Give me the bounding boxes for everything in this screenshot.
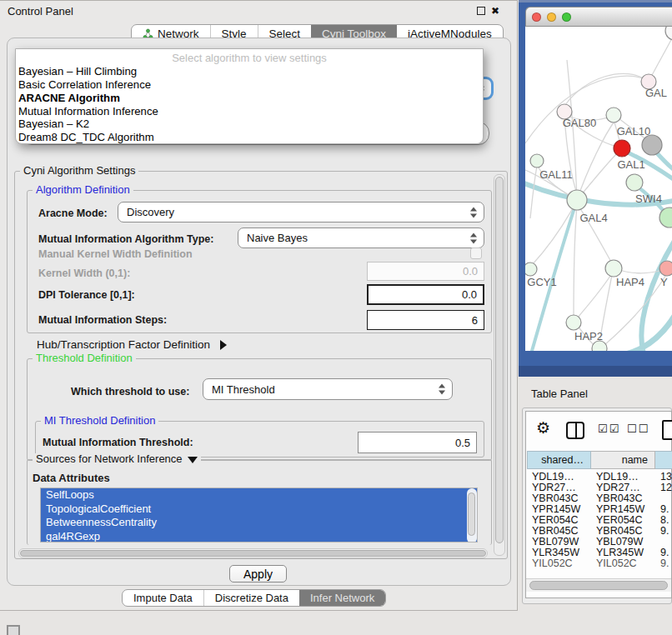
table-panel-titlebar: Table Panel <box>519 377 672 407</box>
algorithm-definition-group: Algorithm Definition Aracne Mode: Discov… <box>27 190 492 333</box>
settings-vscrollbar-thumb[interactable] <box>495 177 504 543</box>
network-node-gray[interactable] <box>642 135 662 155</box>
list-vscrollbar-thumb[interactable] <box>468 492 475 536</box>
network-node-hap2[interactable] <box>566 315 581 330</box>
settings-vscrollbar[interactable] <box>494 174 505 556</box>
dropdown-item[interactable]: Bayesian – Hill Climbing <box>18 65 137 78</box>
tab-infer-network[interactable]: Infer Network <box>299 590 385 606</box>
table-cell[interactable]: YBR045C <box>591 526 655 537</box>
document-icon[interactable] <box>662 420 672 440</box>
table-cell[interactable]: 8. <box>655 515 672 526</box>
dropdown-item-selected[interactable]: ARACNE Algorithm <box>18 92 120 105</box>
column-header-shared[interactable]: shared… <box>527 451 591 469</box>
table-cell[interactable]: YER054C <box>527 515 591 526</box>
node-label: GAL1 <box>607 158 655 171</box>
float-panel-icon[interactable] <box>477 7 485 15</box>
network-node-salmon[interactable] <box>659 261 672 276</box>
table-cell[interactable] <box>655 493 672 504</box>
table-cell[interactable]: YPR145W <box>591 504 655 515</box>
control-panel-title: Control Panel <box>8 5 73 18</box>
frame-shadow <box>519 366 672 377</box>
table-cell[interactable]: YPR145W <box>527 504 591 515</box>
column-header-partial[interactable] <box>655 451 672 469</box>
threshold-definition-title: Threshold Definition <box>33 352 136 364</box>
table-hscrollbar-thumb[interactable] <box>529 581 668 590</box>
table-cell[interactable]: YBR043C <box>527 493 591 504</box>
table-cell[interactable]: YDR27… <box>527 482 591 493</box>
mi-algorithm-type-combo[interactable]: Naive Bayes <box>238 228 484 248</box>
dropdown-item[interactable]: Dream8 DC_TDC Algorithm <box>18 131 154 144</box>
network-canvas[interactable]: GAL GAL80 GAL10 GAL1 GAL11 GAL4 SWI4 GCY… <box>525 27 672 351</box>
control-panel-titlebar: Control Panel <box>0 1 517 21</box>
close-panel-icon[interactable]: ✖ <box>491 7 499 15</box>
network-node-gal11[interactable] <box>530 154 544 168</box>
mi-threshold-value: 0.5 <box>455 437 470 449</box>
table-cell[interactable]: YLR345W <box>591 548 655 558</box>
mi-threshold-field[interactable]: 0.5 <box>358 432 477 453</box>
sources-group-title[interactable]: Sources for Network Inference <box>33 453 201 465</box>
network-node-gal4[interactable] <box>567 190 587 210</box>
list-item[interactable]: gal4RGexp <box>41 530 477 543</box>
manual-kernel-checkbox[interactable] <box>470 248 482 259</box>
table-cell[interactable]: YLR345W <box>527 548 591 558</box>
network-node-gal10[interactable] <box>606 108 621 122</box>
table-hscrollbar[interactable] <box>526 578 671 592</box>
table-cell[interactable]: 13 <box>655 472 672 482</box>
desktop: Control Panel ✖ Network Style <box>0 0 672 635</box>
table-cell[interactable]: YER054C <box>591 515 655 526</box>
network-node[interactable] <box>665 27 672 40</box>
table-cell[interactable]: YBR043C <box>591 493 655 504</box>
list-item[interactable]: BetweennessCentrality <box>41 516 477 530</box>
table-cell[interactable]: YDL19… <box>527 472 591 482</box>
apply-button[interactable]: Apply <box>229 565 287 582</box>
column-header-name[interactable]: name <box>591 451 655 469</box>
table-cell[interactable]: YDR27… <box>591 482 655 493</box>
zoom-traffic-light-icon[interactable] <box>562 12 571 22</box>
table-cell[interactable]: YBL079W <box>527 537 591 548</box>
list-item[interactable]: SelfLoops <box>41 488 477 502</box>
table-cell[interactable]: 9. <box>655 504 672 515</box>
table-cell[interactable]: YBR045C <box>527 526 591 537</box>
list-vscrollbar[interactable] <box>467 488 477 542</box>
list-item[interactable]: TopologicalCoefficient <box>41 502 477 517</box>
column-layout-icon[interactable] <box>566 422 584 439</box>
data-attributes-list[interactable]: SelfLoops TopologicalCoefficient Between… <box>40 488 478 542</box>
table-cell[interactable]: YIL052C <box>591 558 655 569</box>
mi-steps-field[interactable]: 6 <box>367 310 484 330</box>
gear-icon[interactable]: ⚙ <box>536 418 550 438</box>
table-cell[interactable] <box>655 537 672 548</box>
close-traffic-light-icon[interactable] <box>532 12 541 22</box>
table-cell[interactable]: YIL052C <box>527 558 591 569</box>
column-header-label: name <box>622 454 648 466</box>
network-window-titlebar[interactable] <box>525 7 672 27</box>
dropdown-item[interactable]: Basic Correlation Inference <box>18 78 151 92</box>
stepper-icon <box>470 207 478 218</box>
table-cell[interactable]: YBL079W <box>591 537 655 548</box>
network-node-swi4[interactable] <box>626 174 643 191</box>
minimize-traffic-light-icon[interactable] <box>547 12 556 22</box>
network-node-gal1[interactable] <box>614 140 630 157</box>
which-threshold-combo[interactable]: MI Threshold <box>203 378 453 400</box>
kernel-width-field[interactable]: 0.0 <box>367 262 484 281</box>
table-cell[interactable]: 9. <box>655 548 672 558</box>
network-node-gcy1[interactable] <box>525 262 537 276</box>
table-cell[interactable]: 12 <box>655 482 672 493</box>
table-cell[interactable]: YDL19… <box>591 472 655 482</box>
frame-highlight <box>519 0 672 2</box>
table-cell[interactable]: 9. <box>655 558 672 569</box>
settings-hscrollbar[interactable] <box>18 548 488 558</box>
settings-hscrollbar-thumb[interactable] <box>20 550 486 557</box>
node-label: GCY1 <box>525 276 565 288</box>
tab-discretize-data[interactable]: Discretize Data <box>203 590 299 606</box>
dropdown-item[interactable]: Bayesian – K2 <box>18 118 89 131</box>
tab-impute-data[interactable]: Impute Data <box>123 590 203 606</box>
table-cell[interactable]: 9. <box>655 526 672 537</box>
deselect-all-checkboxes-icon[interactable]: ☐☐ <box>627 422 649 435</box>
aracne-mode-combo[interactable]: Discovery <box>118 202 484 222</box>
dpi-tolerance-field[interactable]: 0.0 <box>367 284 484 305</box>
dropdown-item[interactable]: Mutual Information Inference <box>18 105 158 118</box>
network-node-hap4[interactable] <box>605 260 622 277</box>
hub-definition-toggle[interactable]: Hub/Transcription Factor Definition <box>37 338 227 351</box>
select-all-checkboxes-icon[interactable]: ☑☑ <box>598 422 620 435</box>
dock-icon[interactable] <box>7 625 20 635</box>
